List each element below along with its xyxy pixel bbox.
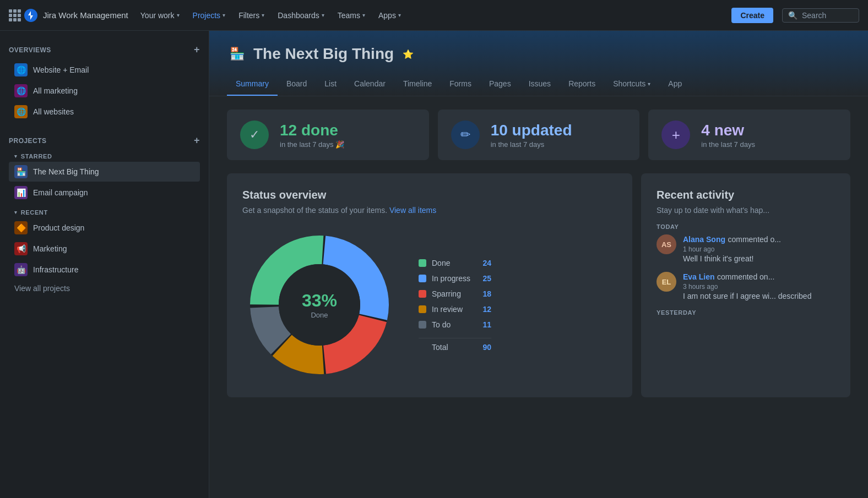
legend-dot-done	[419, 259, 426, 267]
sidebar-item-marketing[interactable]: 📢 Marketing	[9, 239, 200, 259]
sidebar-item-next-big-thing[interactable]: 🏪 The Next Big Thing	[9, 162, 200, 182]
nav-your-work[interactable]: Your work ▾	[135, 8, 185, 23]
search-placeholder: Search	[802, 11, 826, 20]
activity-user-eva[interactable]: Eva Lien	[683, 272, 715, 281]
projects-heading: Projects +	[9, 135, 200, 146]
tab-pages[interactable]: Pages	[480, 75, 520, 96]
stat-done-number: 12 done	[280, 122, 344, 139]
legend-dot-total	[419, 343, 426, 351]
tab-calendar[interactable]: Calendar	[345, 75, 394, 96]
avatar-alana: AS	[657, 234, 676, 254]
tab-reports[interactable]: Reports	[560, 75, 604, 96]
activity-time-alana: 1 hour ago	[683, 245, 835, 253]
next-big-thing-icon: 🏪	[14, 165, 28, 178]
lower-section: Status overview Get a snapshot of the st…	[227, 173, 850, 397]
stat-card-updated[interactable]: ✏ 10 updated in the last 7 days	[438, 110, 640, 160]
all-websites-icon: 🌐	[14, 105, 28, 118]
overviews-section: Overviews + 🌐 Website + Email 🌐 All mark…	[9, 44, 200, 122]
nav-teams[interactable]: Teams ▾	[332, 8, 371, 23]
recent-subsection: ▾ Recent	[14, 209, 200, 216]
legend: Done 24 In progress 25 Sparring	[419, 259, 491, 352]
project-title-row: 🏪 The Next Big Thing ⭐	[227, 44, 850, 64]
activity-comment-alana: Well I think it's great!	[683, 254, 835, 263]
activity-time-eva: 3 hours ago	[683, 283, 835, 291]
status-overview-sub: Get a snapshot of the status of your ite…	[242, 206, 617, 215]
legend-dot-in-progress	[419, 275, 426, 282]
legend-item-total: Total 90	[419, 338, 491, 352]
sidebar-item-website-email[interactable]: 🌐 Website + Email	[9, 60, 200, 80]
stat-updated-content: 10 updated in the last 7 days	[491, 122, 572, 149]
nav-dashboards[interactable]: Dashboards ▾	[272, 8, 330, 23]
topnav: Jira Work Management Your work ▾ Project…	[0, 0, 868, 31]
sidebar-item-all-marketing[interactable]: 🌐 All marketing	[9, 81, 200, 101]
starred-subsection: ▾ Starred	[14, 153, 200, 160]
view-all-projects[interactable]: View all projects	[9, 281, 200, 296]
stat-new-content: 4 new in the last 7 days	[701, 122, 755, 149]
project-star-icon[interactable]: ⭐	[403, 49, 414, 59]
create-button[interactable]: Create	[731, 8, 773, 23]
grid-icon[interactable]	[9, 9, 21, 21]
tab-summary[interactable]: Summary	[227, 75, 278, 96]
sidebar-item-infrastructure[interactable]: 🤖 Infrastructure	[9, 260, 200, 280]
stat-card-new[interactable]: + 4 new in the last 7 days	[648, 110, 850, 160]
activity-body-alana: Alana Song commented o... 1 hour ago Wel…	[683, 234, 835, 263]
tab-list[interactable]: List	[316, 75, 345, 96]
new-icon: +	[661, 121, 690, 149]
stat-updated-sub: in the last 7 days	[491, 140, 572, 149]
tab-timeline[interactable]: Timeline	[394, 75, 441, 96]
project-header: 🏪 The Next Big Thing ⭐ Summary Board Lis…	[209, 31, 868, 96]
done-icon: ✓	[240, 121, 269, 149]
avatar-eva: EL	[657, 272, 676, 292]
all-marketing-icon: 🌐	[14, 84, 28, 97]
activity-action-eva: commented on...	[717, 272, 774, 281]
stat-card-done[interactable]: ✓ 12 done in the last 7 days 🎉	[227, 110, 429, 160]
search-box[interactable]: 🔍 Search	[782, 8, 859, 23]
email-campaign-icon: 📊	[14, 186, 28, 199]
nav-projects[interactable]: Projects ▾	[187, 8, 231, 23]
activity-user-alana[interactable]: Alana Song	[683, 235, 725, 244]
main-layout: Overviews + 🌐 Website + Email 🌐 All mark…	[0, 31, 868, 498]
legend-item-done: Done 24	[419, 259, 491, 267]
tab-board[interactable]: Board	[278, 75, 316, 96]
recent-activity-sub: Stay up to date with what's hap...	[657, 206, 835, 215]
chart-container: 33% Done Done 24	[242, 228, 617, 382]
updated-icon: ✏	[451, 121, 480, 149]
sidebar-item-product-design[interactable]: 🔶 Product design	[9, 218, 200, 238]
recent-activity-title: Recent activity	[657, 189, 835, 201]
donut-percent: 33%	[302, 291, 337, 311]
chevron-down-icon: ▾	[322, 12, 324, 18]
tab-shortcuts[interactable]: Shortcuts ▾	[604, 75, 659, 96]
activity-item-alana: AS Alana Song commented o... 1 hour ago …	[657, 234, 835, 263]
view-all-items-link[interactable]: View all items	[389, 206, 436, 215]
sidebar-item-email-campaign[interactable]: 📊 Email campaign	[9, 183, 200, 203]
summary-content: ✓ 12 done in the last 7 days 🎉 ✏ 10 upda…	[209, 96, 868, 498]
stat-new-number: 4 new	[701, 122, 755, 139]
tab-app[interactable]: App	[659, 75, 691, 96]
chevron-down-icon: ▾	[648, 81, 650, 87]
sidebar-item-all-websites[interactable]: 🌐 All websites	[9, 102, 200, 122]
activity-item-eva: EL Eva Lien commented on... 3 hours ago …	[657, 272, 835, 300]
legend-item-in-progress: In progress 25	[419, 274, 491, 283]
recent-chevron-icon: ▾	[14, 210, 18, 215]
tab-forms[interactable]: Forms	[441, 75, 480, 96]
starred-chevron-icon: ▾	[14, 154, 18, 159]
yesterday-label: YESTERDAY	[657, 309, 835, 316]
content-area: 🏪 The Next Big Thing ⭐ Summary Board Lis…	[209, 31, 868, 498]
recent-activity-card: Recent activity Stay up to date with wha…	[641, 173, 850, 397]
marketing-icon: 📢	[14, 242, 28, 255]
activity-action-alana: commented o...	[728, 235, 781, 244]
nav-filters[interactable]: Filters ▾	[233, 8, 270, 23]
product-design-icon: 🔶	[14, 221, 28, 234]
chevron-down-icon: ▾	[223, 12, 225, 18]
nav-apps[interactable]: Apps ▾	[373, 8, 406, 23]
legend-item-sparring: Sparring 18	[419, 289, 491, 298]
project-emoji: 🏪	[227, 44, 247, 64]
donut-center: 33% Done	[302, 291, 337, 319]
status-overview-card: Status overview Get a snapshot of the st…	[227, 173, 632, 397]
add-overview-button[interactable]: +	[194, 44, 200, 56]
tab-issues[interactable]: Issues	[520, 75, 560, 96]
search-icon: 🔍	[788, 11, 798, 20]
logo[interactable]: Jira Work Management	[23, 8, 128, 23]
activity-body-eva: Eva Lien commented on... 3 hours ago I a…	[683, 272, 835, 300]
add-project-button[interactable]: +	[194, 135, 200, 146]
